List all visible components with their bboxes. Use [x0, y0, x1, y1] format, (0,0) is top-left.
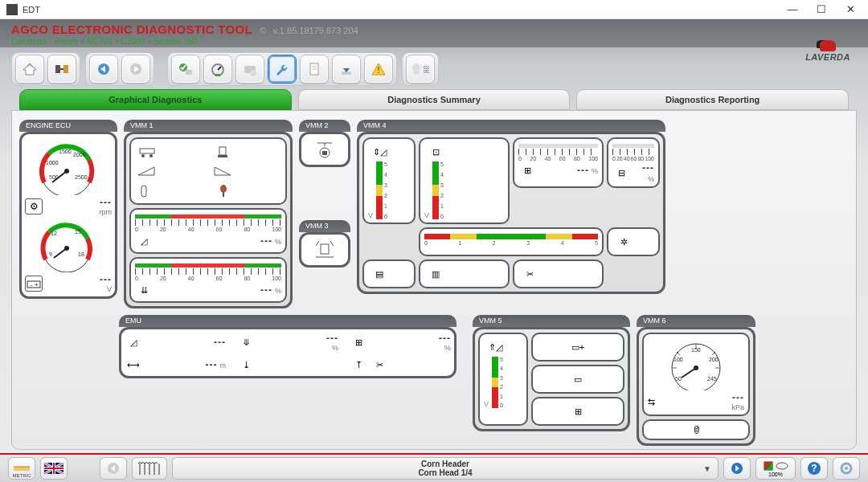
next-page-button[interactable] — [723, 457, 751, 480]
module-title-vmm2: VMM 2 — [299, 120, 350, 132]
svg-point-46 — [149, 154, 153, 157]
svg-text:50: 50 — [675, 376, 682, 382]
brand-logo: LAVERDA — [805, 40, 850, 62]
svg-text:!: ! — [377, 65, 379, 75]
voltage-gauge: 9 12 15 18 — [25, 216, 108, 272]
svg-rect-70 — [14, 467, 30, 471]
settings-button[interactable] — [833, 457, 860, 480]
minimize-button[interactable]: — — [778, 1, 807, 18]
svg-text:15: 15 — [75, 229, 81, 235]
svg-text:1500: 1500 — [59, 149, 72, 154]
oil-icon: 🛢 — [685, 420, 707, 439]
svg-text:00100: 00100 — [424, 69, 429, 74]
svg-point-41 — [64, 246, 69, 251]
svg-rect-2 — [55, 65, 60, 73]
cleaning-icon: ▥ — [424, 264, 447, 284]
auger-icon: ▭ — [567, 370, 589, 389]
reel-icon: ⇊ — [135, 282, 153, 298]
document-button[interactable] — [300, 55, 329, 84]
prev-page-button[interactable] — [100, 457, 127, 480]
tab-diagnostics-reporting[interactable]: Diagnostics Reporting — [576, 89, 849, 110]
angle-icon: ◿ — [125, 334, 142, 350]
brand-name: LAVERDA — [805, 52, 850, 62]
rpm-gauge: 500 1000 1500 2000 2500 — [25, 137, 108, 195]
svg-rect-53 — [223, 192, 224, 197]
svg-text:100: 100 — [674, 357, 683, 362]
language-button[interactable] — [40, 457, 68, 480]
binary-button[interactable]: 0110100100 — [406, 55, 435, 84]
svg-rect-51 — [141, 186, 146, 197]
module-title-emu: EMU — [119, 315, 457, 327]
header-loss-icon: ⤋ — [237, 334, 255, 350]
module-title-vmm4: VMM 4 — [357, 120, 665, 132]
svg-point-88 — [845, 467, 848, 470]
svg-marker-50 — [215, 167, 231, 175]
close-button[interactable]: ✕ — [836, 1, 865, 18]
hydraulic-icon: ⇆ — [648, 397, 655, 407]
header-line1: Corn Header — [421, 460, 469, 468]
warning-button[interactable]: ! — [364, 55, 393, 84]
svg-text:1000: 1000 — [46, 160, 59, 165]
header-type-button[interactable] — [132, 457, 167, 480]
svg-rect-56 — [321, 244, 329, 254]
breadcrumb: Combines - Rotary > ML700 > C2000 > Syst… — [11, 37, 857, 46]
tab-diagnostics-summary[interactable]: Diagnostics Summary — [298, 89, 571, 110]
connect-button[interactable] — [47, 55, 76, 84]
gauge-button[interactable] — [203, 55, 232, 84]
pedal-icon — [135, 182, 159, 200]
chaffer-icon: ▤ — [368, 264, 391, 284]
header-line2: Corn Head 1/4 — [418, 468, 472, 477]
lever-icon — [211, 182, 235, 200]
svg-rect-76 — [44, 468, 63, 469]
help-button[interactable]: ? — [800, 457, 828, 480]
app-version: v.1.85.18179.673 204 — [273, 26, 358, 35]
module-title-vmm5: VMM 5 — [473, 315, 630, 327]
machine-icon — [135, 142, 159, 160]
svg-point-84 — [776, 463, 788, 469]
volt-value: --- — [47, 274, 112, 285]
forward-button[interactable] — [121, 55, 150, 84]
rotor-icon: ⊞ — [518, 162, 536, 178]
rpm-unit: rpm — [47, 208, 112, 216]
spreader-icon — [313, 239, 337, 260]
maximize-button[interactable]: ☐ — [807, 1, 836, 18]
svg-line-12 — [218, 67, 221, 70]
download-button[interactable] — [332, 55, 361, 84]
svg-point-69 — [694, 366, 698, 370]
module-title-vmm3: VMM 3 — [299, 220, 350, 232]
check-button[interactable] — [171, 55, 200, 84]
seat-icon — [211, 142, 235, 160]
svg-marker-49 — [138, 167, 154, 175]
header-selector[interactable]: Corn Header Corn Head 1/4 ▼ — [172, 457, 719, 480]
module-title-vmm6: VMM 6 — [637, 315, 755, 327]
device-button[interactable] — [235, 55, 264, 84]
svg-point-23 — [412, 63, 420, 75]
svg-text:200: 200 — [709, 357, 719, 362]
metric-button[interactable]: METRIC — [8, 457, 35, 480]
ramp-down-icon — [135, 162, 159, 180]
tab-graphical-diagnostics[interactable]: Graphical Diagnostics — [19, 89, 292, 110]
lock-icon — [313, 138, 337, 161]
dropdown-icon: ▼ — [703, 464, 711, 473]
concave-icon: ⊟ — [612, 165, 630, 181]
svg-text:2500: 2500 — [75, 174, 88, 180]
svg-rect-3 — [63, 65, 68, 73]
back-button[interactable] — [89, 55, 118, 84]
app-copyright: © — [260, 26, 266, 35]
svg-point-15 — [250, 70, 256, 76]
svg-text:245: 245 — [707, 376, 717, 382]
pressure-gauge: 50 100 150 200 245 — [648, 337, 744, 390]
header-height-icon: ◿ — [135, 233, 153, 249]
module-title-vmm1: VMM 1 — [124, 120, 293, 132]
sieve-icon: ⊡ — [424, 142, 447, 161]
svg-text:?: ? — [811, 463, 817, 474]
zoom-indicator[interactable]: 100% — [755, 457, 796, 480]
svg-rect-48 — [218, 155, 227, 157]
moisture-icon: ⤒ — [350, 357, 367, 373]
unload-icon: ▭+ — [567, 337, 589, 357]
svg-text:12: 12 — [51, 231, 57, 236]
rpm-value: --- — [47, 197, 112, 208]
cutter-icon: ✂ — [518, 264, 541, 284]
wrench-button[interactable] — [268, 55, 297, 84]
home-button[interactable] — [15, 55, 44, 84]
